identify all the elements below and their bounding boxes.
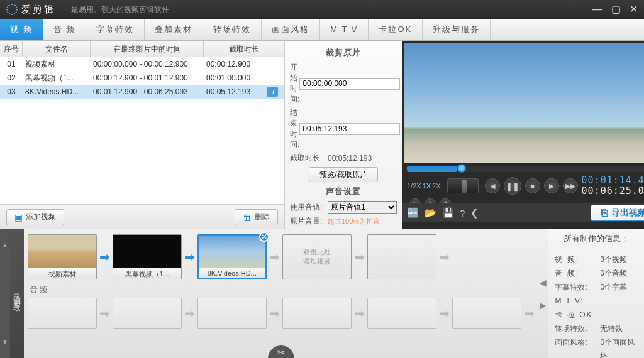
app-name: 爱剪辑 — [21, 4, 55, 16]
audio-track-select[interactable]: 原片音轨1 — [328, 201, 397, 214]
audio-clip[interactable] — [113, 298, 182, 329]
maximize-button[interactable]: ▢ — [611, 4, 621, 14]
table-row[interactable]: 01 视频素材 00:00:00.000 - 00:00:12.900 00:0… — [0, 57, 284, 71]
speed-1x[interactable]: 1X — [423, 182, 431, 190]
timeline-up[interactable]: ▲ — [2, 229, 8, 261]
col-time: 在最终影片中的时间 — [91, 41, 204, 57]
delete-button[interactable]: 🗑 删除 — [235, 209, 278, 225]
arrow-icon: ➡ — [184, 249, 195, 264]
prev-frame-button[interactable]: ◀ — [485, 178, 500, 193]
info-key: 转场特效: — [555, 322, 600, 335]
tab-upgrade[interactable]: 升级与服务 — [423, 19, 491, 40]
tab-video[interactable]: 视 频 — [0, 19, 43, 40]
nav-right[interactable]: ▶ — [540, 300, 547, 310]
export-video-button[interactable]: ⎘ 导出视频 — [591, 205, 644, 221]
tab-audio[interactable]: 音 频 — [43, 19, 87, 40]
clip-list-panel: 序号 文件名 在最终影片中的时间 截取时长 01 视频素材 00:00:00.0… — [0, 41, 284, 229]
info-value: 0个字幕 — [600, 280, 638, 294]
add-video-button[interactable]: ▣ 添加视频 — [6, 209, 64, 225]
video-preview[interactable] — [404, 43, 644, 163]
tab-mtv[interactable]: M T V — [320, 19, 369, 40]
preview-trim-button[interactable]: 预览/截取原片 — [309, 167, 378, 182]
speed-2x[interactable]: 2X — [432, 182, 440, 190]
logo-icon — [6, 4, 18, 15]
timeline-clip[interactable]: 视频素材 — [28, 234, 97, 279]
next-frame-button[interactable]: ▶ — [544, 178, 559, 193]
main-tabs: 视 频 音 频 字幕特效 叠加素材 转场特效 画面风格 M T V 卡拉OK 升… — [0, 19, 644, 41]
audio-clip[interactable] — [28, 298, 97, 329]
col-dur: 截取时长 — [204, 41, 284, 57]
help-icon[interactable]: ? — [460, 208, 465, 219]
add-video-icon: ▣ — [14, 212, 23, 222]
info-key: 字幕特效: — [555, 280, 600, 294]
trim-title: 裁剪原片 — [290, 47, 397, 58]
share-icon[interactable]: ❮ — [470, 207, 479, 219]
tab-overlay[interactable]: 叠加素材 — [145, 19, 203, 40]
audio-clip[interactable] — [367, 298, 436, 329]
timeline-clip[interactable]: ✕ 8K.Videos.HD... — [197, 234, 267, 279]
trim-settings-panel: 裁剪原片 开始时间: 结束时间: 截取时长:00:05:12.193 预览/截取… — [284, 41, 402, 229]
timeline-label: 已添加片段 — [10, 229, 24, 358]
tab-subtitle[interactable]: 字幕特效 — [86, 19, 145, 40]
jog-wheel[interactable] — [447, 178, 479, 193]
info-value — [600, 308, 638, 322]
preview-panel: 1/2X 1X 2X ◀ ❚❚ ■ ▶ ▶▶ 00:01:14.480 00:0… — [402, 41, 644, 229]
info-panel: 所有制作的信息： 视 频:3个视频音 频:0个音频字幕特效:0个字幕M T V:… — [548, 229, 644, 358]
sound-title: 声音设置 — [290, 186, 397, 197]
play-pause-button[interactable]: ❚❚ — [504, 177, 521, 195]
table-row[interactable]: 02 黑幕视频（1... 00:00:12.900 - 00:01:12.900… — [0, 71, 284, 85]
arrow-icon: ➡ — [269, 249, 280, 264]
timeline-clip[interactable]: 黑幕视频（1... — [113, 234, 182, 279]
remove-clip-button[interactable]: ✕ — [259, 232, 269, 242]
info-value: 3个视频 — [600, 252, 638, 266]
empty-clip[interactable] — [367, 234, 436, 279]
skip-fwd-button[interactable]: ▶▶ — [563, 178, 578, 193]
end-time-input[interactable] — [299, 123, 400, 135]
info-key: 画面风格: — [555, 335, 600, 358]
audio-track-label: 音 频 — [30, 285, 535, 295]
trash-icon: 🗑 — [243, 212, 252, 222]
timeline-down[interactable]: ▼ — [2, 326, 8, 358]
add-clip-placeholder[interactable]: 双击此处添加视频 — [282, 234, 352, 279]
info-key: M T V: — [555, 294, 600, 308]
audio-clip[interactable] — [282, 298, 352, 329]
speed-half[interactable]: 1/2X — [407, 182, 421, 190]
stop-button[interactable]: ■ — [525, 178, 540, 193]
progress-bar[interactable] — [407, 166, 644, 172]
info-value: 0个音频 — [600, 266, 638, 280]
tab-style[interactable]: 画面风格 — [262, 19, 320, 40]
current-time: 00:01:14.480 — [582, 175, 644, 186]
scissors-button[interactable]: ✂ — [268, 345, 294, 358]
duration-value: 00:05:12.193 — [328, 154, 372, 163]
info-value — [600, 294, 638, 308]
col-name: 文件名 — [23, 41, 91, 57]
save-icon[interactable]: 💾 — [442, 207, 454, 219]
list-header: 序号 文件名 在最终影片中的时间 截取时长 — [0, 41, 284, 57]
close-button[interactable]: ✕ — [630, 4, 638, 14]
audio-clip[interactable] — [197, 298, 267, 329]
tab-karaoke[interactable]: 卡拉OK — [369, 19, 423, 40]
table-row[interactable]: 03 8K.Videos.HD... 00:01:12.900 - 00:06:… — [0, 85, 284, 99]
arrow-icon: ➡ — [439, 249, 450, 264]
tab-transition[interactable]: 转场特效 — [203, 19, 262, 40]
info-value: 无特效 — [600, 322, 638, 335]
nav-left[interactable]: ◀ — [540, 278, 547, 288]
slogan: 最易用、强大的视频剪辑软件 — [71, 4, 169, 15]
info-title: 所有制作的信息： — [555, 233, 638, 247]
info-value: 0个画面风格 — [600, 335, 638, 358]
titlebar: 爱剪辑 最易用、强大的视频剪辑软件 — ▢ ✕ — [0, 0, 644, 19]
start-time-input[interactable] — [299, 78, 400, 90]
new-icon[interactable]: 🆕 — [407, 207, 419, 219]
info-key: 卡 拉 OK: — [555, 308, 600, 322]
open-icon[interactable]: 📂 — [425, 207, 436, 219]
total-time: 00:06:25.093 — [582, 186, 644, 197]
audio-clip[interactable] — [452, 298, 521, 329]
minimize-button[interactable]: — — [592, 4, 602, 14]
list-body: 01 视频素材 00:00:00.000 - 00:00:12.900 00:0… — [0, 57, 284, 204]
progress-handle[interactable] — [457, 164, 466, 173]
arrow-icon: ➡ — [354, 249, 365, 264]
info-icon[interactable]: i — [267, 87, 278, 97]
app-logo: 爱剪辑 — [6, 4, 55, 16]
export-icon: ⎘ — [601, 207, 608, 219]
col-num: 序号 — [0, 41, 23, 57]
